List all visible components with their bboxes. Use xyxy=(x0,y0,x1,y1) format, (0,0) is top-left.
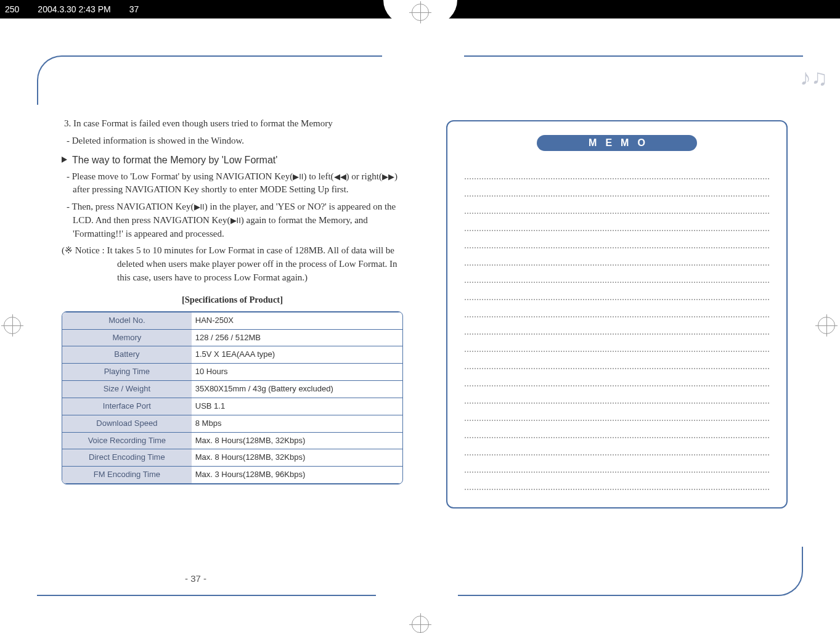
table-row: Download Speed8 Mbps xyxy=(62,415,402,432)
memo-line xyxy=(465,283,769,300)
play-pause-icon: ▶II xyxy=(194,202,205,211)
memo-heading: MEMO xyxy=(537,135,697,151)
spec-value: 8 Mbps xyxy=(192,415,402,432)
memo-line xyxy=(465,455,769,473)
table-row: Voice Recording TimeMax. 8 Hours(128MB, … xyxy=(62,432,402,449)
spec-label: Memory xyxy=(62,329,192,346)
registration-mark-icon xyxy=(818,317,835,334)
spec-label: Battery xyxy=(62,346,192,364)
memo-line xyxy=(465,421,769,438)
crop-mark-right xyxy=(818,317,836,335)
spec-table: Model No.HAN-250XMemory128 / 256 / 512MB… xyxy=(62,311,403,484)
table-row: Memory128 / 256 / 512MB xyxy=(62,329,402,346)
table-row: Size / Weight35X80X15mm / 43g (Battery e… xyxy=(62,381,402,398)
spec-value: 35X80X15mm / 43g (Battery excluded) xyxy=(192,381,402,398)
paragraph-nav-press: - Then, press NAVIGATION Key(▶II) in the… xyxy=(62,200,403,240)
memo-line xyxy=(465,197,769,214)
crop-mark-bottom xyxy=(383,608,457,633)
spec-value: Max. 8 Hours(128MB, 32Kbps) xyxy=(192,449,402,467)
section-heading: The way to format the Memory by 'Low For… xyxy=(62,153,403,167)
spec-label: Size / Weight xyxy=(62,381,192,398)
memo-box: MEMO xyxy=(446,120,788,508)
memo-line xyxy=(465,214,769,231)
memo-line xyxy=(465,248,769,266)
table-row: FM Encoding TimeMax. 3 Hours(128MB, 96Kb… xyxy=(62,467,402,484)
table-row: Battery1.5V X 1EA(AAA type) xyxy=(62,346,402,364)
memo-line xyxy=(465,266,769,283)
crop-mark-left xyxy=(4,317,22,335)
spec-value: 1.5V X 1EA(AAA type) xyxy=(192,346,402,364)
spec-label: FM Encoding Time xyxy=(62,467,192,484)
spec-value: 10 Hours xyxy=(192,364,402,381)
memo-line xyxy=(465,404,769,421)
file-label: 250 xyxy=(5,4,19,14)
play-pause-icon: ▶II xyxy=(293,172,303,181)
spec-value: USB 1.1 xyxy=(192,398,402,415)
print-timestamp: 2004.3.30 2:43 PM xyxy=(38,4,110,14)
spec-label: Interface Port xyxy=(62,398,192,415)
spec-value: 128 / 256 / 512MB xyxy=(192,329,402,346)
notice-paragraph: (※ Notice : It takes 5 to 10 minutes for… xyxy=(62,244,403,284)
rewind-icon: ◀◀ xyxy=(334,172,346,181)
registration-mark-icon xyxy=(412,616,429,633)
table-row: Interface PortUSB 1.1 xyxy=(62,398,402,415)
right-column: MEMO xyxy=(446,117,788,578)
left-column: 3. In case Format is failed even though … xyxy=(62,117,403,578)
page-number: - 37 - xyxy=(185,573,206,584)
memo-line xyxy=(465,369,769,386)
table-row: Direct Encoding TimeMax. 8 Hours(128MB, … xyxy=(62,449,402,467)
memo-line xyxy=(465,300,769,317)
spec-value: Max. 8 Hours(128MB, 32Kbps) xyxy=(192,432,402,449)
arrow-right-icon xyxy=(62,157,67,163)
spec-label: Voice Recording Time xyxy=(62,432,192,449)
print-header-bar: 250 2004.3.30 2:43 PM 37 xyxy=(0,0,840,18)
table-row: Model No.HAN-250X xyxy=(62,312,402,329)
spec-label: Playing Time xyxy=(62,364,192,381)
music-note-icon: ♪♫ xyxy=(800,65,828,91)
section-title: The way to format the Memory by 'Low For… xyxy=(72,153,277,167)
table-row: Playing Time10 Hours xyxy=(62,364,402,381)
forward-icon: ▶▶ xyxy=(382,172,394,181)
memo-line xyxy=(465,386,769,404)
list-item-3-sub: - Deleted information is showed in the W… xyxy=(62,134,403,148)
list-item-3: 3. In case Format is failed even though … xyxy=(62,117,403,131)
spec-label: Model No. xyxy=(62,312,192,329)
memo-line xyxy=(465,179,769,197)
spec-value: HAN-250X xyxy=(192,312,402,329)
page-marker: 37 xyxy=(129,4,139,14)
memo-line xyxy=(465,231,769,248)
spec-title: [Specifications of Product] xyxy=(62,293,403,306)
spec-label: Download Speed xyxy=(62,415,192,432)
spec-value: Max. 3 Hours(128MB, 96Kbps) xyxy=(192,467,402,484)
memo-line xyxy=(465,162,769,179)
memo-line xyxy=(465,335,769,352)
memo-line xyxy=(465,438,769,455)
memo-line xyxy=(465,473,769,490)
paragraph-nav-move: - Please move to 'Low Format' by using N… xyxy=(62,170,403,197)
registration-mark-icon xyxy=(4,317,21,334)
memo-line xyxy=(465,317,769,335)
memo-line xyxy=(465,352,769,369)
play-pause-icon: ▶II xyxy=(230,216,241,225)
spec-label: Direct Encoding Time xyxy=(62,449,192,467)
